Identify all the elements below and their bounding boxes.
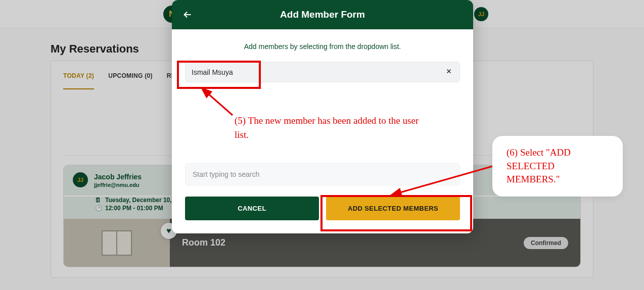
add-member-modal: Add Member Form Add members by selecting…: [172, 0, 473, 233]
modal-header: Add Member Form: [172, 0, 473, 29]
selected-member-row: Ismail Msuya: [185, 62, 460, 82]
member-search-input[interactable]: [185, 163, 460, 185]
back-button[interactable]: [181, 8, 194, 21]
add-selected-members-button[interactable]: ADD SELECTED MEMBERS: [326, 197, 460, 220]
modal-actions: CANCEL ADD SELECTED MEMBERS: [185, 197, 460, 220]
search-input-wrap: [185, 163, 460, 185]
annotation-callout-step6: (6) Select "ADD SELECTED MEMBERS.": [495, 139, 620, 194]
modal-title: Add Member Form: [280, 9, 365, 20]
close-icon: [445, 68, 452, 75]
cancel-button[interactable]: CANCEL: [185, 197, 319, 220]
arrow-left-icon: [182, 9, 193, 20]
modal-instruction: Add members by selecting from the dropdo…: [185, 42, 460, 51]
selected-member-chip: Ismail Msuya: [192, 68, 233, 76]
modal-body: Add members by selecting from the dropdo…: [172, 29, 473, 233]
clear-member-button[interactable]: [444, 67, 453, 77]
